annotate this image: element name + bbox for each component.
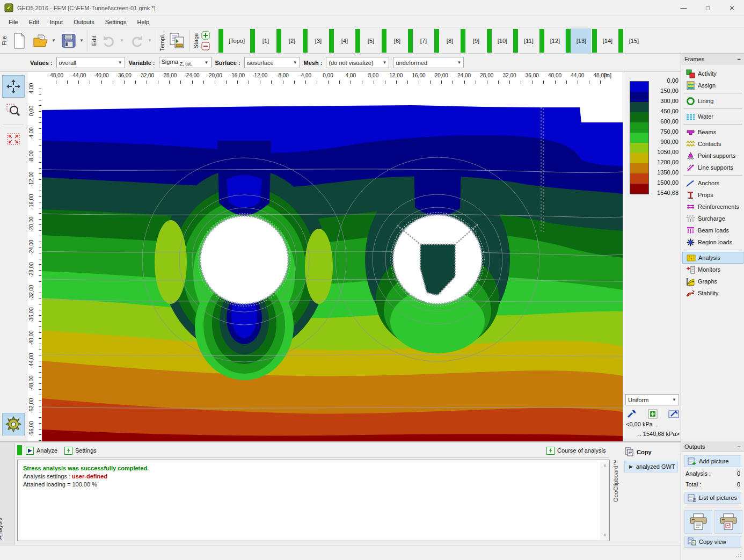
ruler-y-tick — [39, 230, 41, 231]
redo-button[interactable] — [126, 30, 148, 52]
frame-item-stability[interactable]: Stability — [682, 287, 743, 299]
ruler-x-tick — [78, 81, 79, 84]
analysis-count: 0 — [737, 470, 740, 477]
save-dropdown-icon[interactable]: ▼ — [79, 38, 86, 43]
stage-button-12[interactable]: [12] — [546, 35, 564, 46]
remove-stage-icon[interactable] — [201, 42, 210, 50]
outputs-minimize-icon[interactable]: − — [738, 443, 741, 450]
undo-button[interactable] — [98, 30, 120, 52]
menu-help[interactable]: Help — [132, 17, 155, 27]
pan-tool-button[interactable] — [2, 75, 25, 98]
legend-style-select[interactable]: Uniform▼ — [625, 394, 679, 405]
open-file-button[interactable] — [30, 30, 52, 52]
stage-button-4[interactable]: [4] — [336, 35, 353, 46]
menu-settings[interactable]: Settings — [100, 17, 132, 27]
mesh-select[interactable]: (do not visualize)▼ — [326, 57, 389, 68]
stage-unit-15: [15] — [617, 28, 644, 53]
add-stage-icon[interactable] — [201, 31, 210, 40]
analyzed-gwt-button[interactable]: ▶ analyzed GWT — [624, 461, 678, 472]
total-count: 0 — [737, 481, 740, 488]
add-picture-button[interactable]: Add picture — [684, 455, 741, 467]
variable-select[interactable]: Sigma Z, tot. ▼ — [159, 57, 211, 68]
region-loads-icon — [686, 238, 695, 247]
stage-button-11[interactable]: [11] — [520, 35, 537, 46]
stage-button-5[interactable]: [5] — [362, 35, 380, 46]
stage-progress-bar — [487, 29, 492, 53]
zoom-select-tool-button[interactable] — [2, 99, 25, 121]
frame-item-analysis[interactable]: Analysis — [682, 252, 743, 264]
resize-grip[interactable] — [735, 551, 742, 558]
model-canvas[interactable]: -48,00-44,00-40,00-36,00-32,00-28,00-24,… — [28, 72, 623, 443]
legend-label: 300,00 — [641, 98, 679, 104]
message-scrollbar[interactable]: ∧ ∨ — [601, 461, 609, 540]
print-picture-button[interactable] — [714, 510, 742, 534]
save-file-button[interactable] — [58, 30, 79, 52]
options-bar: Values : overall▼ Variable : Sigma Z, to… — [0, 54, 744, 72]
stage-button-1[interactable]: [1] — [257, 35, 274, 46]
menu-file[interactable]: File — [3, 17, 24, 27]
frame-item-beam-loads[interactable]: Beam loads — [682, 224, 743, 236]
scale-settings-wrench-icon[interactable] — [626, 409, 637, 419]
frame-item-line-supports[interactable]: Line supports — [682, 162, 743, 173]
frame-item-reinforcements[interactable]: Reinforcements — [682, 201, 743, 213]
stage-button-10[interactable]: [10] — [494, 35, 511, 46]
frame-item-monitors[interactable]: Monitors — [682, 264, 743, 275]
course-of-analysis-button[interactable]: Course of analysis — [546, 445, 606, 456]
ruler-x-tick — [294, 81, 295, 84]
scale-options-icon[interactable] — [668, 409, 679, 419]
stage-button-13[interactable]: [13] — [573, 35, 590, 46]
frame-item-assign[interactable]: Assign — [682, 79, 743, 91]
menu-outputs[interactable]: Outputs — [68, 17, 100, 27]
print-document-button[interactable] — [684, 510, 712, 534]
settings-button[interactable]: Settings — [64, 445, 97, 456]
stage-button-3[interactable]: [3] — [310, 35, 327, 46]
stage-button-8[interactable]: [8] — [441, 35, 458, 46]
deformation-select[interactable]: undeformed▼ — [393, 57, 464, 68]
stage-button-2[interactable]: [2] — [283, 35, 301, 46]
frame-item-graphs[interactable]: Graphs — [682, 275, 743, 287]
frame-item-props[interactable]: Props — [682, 189, 743, 201]
stage-button-7[interactable]: [7] — [415, 35, 432, 46]
analyze-button[interactable]: Analyze — [26, 445, 57, 456]
stage-button-15[interactable]: [15] — [625, 35, 643, 46]
frame-item-contacts[interactable]: Contacts — [682, 138, 743, 150]
ruler-x-label: 24,00 — [453, 72, 476, 78]
list-of-pictures-button[interactable]: List of pictures — [684, 492, 741, 504]
stage-button-topo[interactable]: [Topo] — [225, 35, 248, 46]
new-file-button[interactable] — [9, 30, 30, 52]
surface-select[interactable]: isosurface▼ — [244, 57, 300, 68]
drawing-settings-button[interactable] — [2, 413, 25, 435]
menu-edit[interactable]: Edit — [24, 17, 45, 27]
menu-input[interactable]: Input — [45, 17, 68, 27]
undo-dropdown-icon[interactable]: ▼ — [120, 38, 126, 43]
scroll-down-icon: ∨ — [603, 531, 607, 539]
window-minimize-icon[interactable]: — — [672, 0, 696, 16]
frame-item-beams[interactable]: Beams — [682, 126, 743, 138]
frame-item-lining[interactable]: Lining — [682, 95, 743, 107]
frame-item-anchors[interactable]: Anchors — [682, 177, 743, 189]
fit-view-tool-button[interactable] — [2, 128, 25, 150]
copy-view-button[interactable]: Copy view — [684, 536, 741, 548]
stage-button-6[interactable]: [6] — [389, 35, 406, 46]
ruler-y-tick — [39, 173, 41, 174]
template-button[interactable] — [166, 30, 188, 52]
frame-item-point-supports[interactable]: Point supports — [682, 150, 743, 162]
frame-item-surcharge[interactable]: Surcharge — [682, 213, 743, 224]
window-close-icon[interactable]: ✕ — [720, 0, 744, 16]
stage-button-14[interactable]: [14] — [599, 35, 616, 46]
stage-progress-bar — [434, 29, 439, 53]
stage-button-9[interactable]: [9] — [468, 35, 485, 46]
ruler-x-label: -8,00 — [271, 72, 295, 78]
frame-item-region-loads[interactable]: Region loads — [682, 236, 743, 248]
ruler-y: 4,000,00-4,00-8,00-12,00-16,00-20,00-24,… — [28, 85, 42, 443]
undo-icon — [101, 33, 116, 48]
redo-dropdown-icon[interactable]: ▼ — [148, 38, 154, 43]
frame-item-water[interactable]: Water — [682, 111, 743, 122]
window-maximize-icon[interactable]: □ — [696, 0, 720, 16]
scroll-up-icon: ∧ — [603, 462, 607, 470]
add-scale-icon[interactable] — [648, 409, 658, 419]
open-dropdown-icon[interactable]: ▼ — [52, 38, 58, 43]
frames-minimize-icon[interactable]: − — [738, 56, 741, 62]
values-select[interactable]: overall▼ — [56, 57, 125, 68]
frame-item-activity[interactable]: Activity — [682, 68, 743, 79]
